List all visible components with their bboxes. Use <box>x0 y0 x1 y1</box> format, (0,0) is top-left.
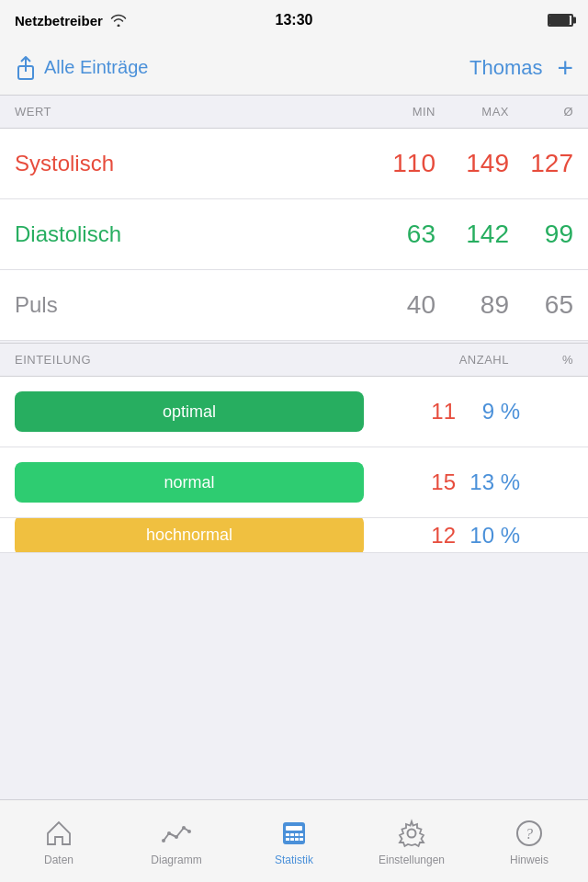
svg-rect-10 <box>290 833 294 836</box>
svg-point-3 <box>167 831 171 835</box>
percent-normal: 13 % <box>456 469 520 495</box>
status-time: 13:30 <box>276 12 313 28</box>
avg-systolisch: 127 <box>509 149 573 178</box>
badge-normal: normal <box>15 462 364 503</box>
back-label[interactable]: Alle Einträge <box>44 57 148 78</box>
label-diastolisch: Diastolisch <box>15 221 362 247</box>
anzahl-hochnormal: 12 <box>364 523 456 548</box>
max-systolisch: 149 <box>435 149 509 178</box>
anzahl-normal: 15 <box>364 469 456 495</box>
max-puls: 89 <box>435 290 509 320</box>
nav-right-group: Thomas + <box>469 54 573 82</box>
header-percent: % <box>509 353 573 367</box>
header-einteilung: EINTEILUNG <box>15 353 417 367</box>
share-icon[interactable] <box>15 55 37 81</box>
min-diastolisch: 63 <box>362 220 435 249</box>
percent-hochnormal: 10 % <box>456 523 520 548</box>
svg-point-4 <box>175 835 178 839</box>
svg-point-17 <box>408 829 416 837</box>
content-area: WERT MIN MAX Ø Systolisch 110 149 127 Di… <box>0 96 588 799</box>
badge-optimal-label: optimal <box>163 402 216 422</box>
badge-hochnormal: hochnormal <box>15 518 364 553</box>
svg-point-2 <box>162 839 165 842</box>
tab-einstellungen-label: Einstellungen <box>379 854 445 866</box>
add-button[interactable]: + <box>557 54 573 82</box>
badge-normal-label: normal <box>164 473 214 492</box>
svg-rect-13 <box>290 838 294 841</box>
tab-daten[interactable]: Daten <box>0 817 118 866</box>
svg-rect-15 <box>300 833 303 836</box>
svg-rect-16 <box>300 838 303 841</box>
anzahl-optimal: 11 <box>364 399 456 424</box>
tab-daten-label: Daten <box>44 854 74 866</box>
tab-hinweis[interactable]: ? Hinweis <box>470 817 588 866</box>
tab-diagramm[interactable]: Diagramm <box>118 817 235 866</box>
svg-point-6 <box>187 830 191 833</box>
svg-rect-14 <box>295 838 299 841</box>
gear-icon <box>395 817 428 850</box>
chart-icon <box>160 817 193 850</box>
category-row-normal: normal 15 13 % <box>0 447 588 518</box>
svg-rect-9 <box>286 833 289 836</box>
category-row-hochnormal: hochnormal 12 10 % <box>0 518 588 553</box>
svg-rect-12 <box>286 838 289 841</box>
header-anzahl: ANZAHL <box>417 353 509 367</box>
badge-optimal: optimal <box>15 391 364 432</box>
battery-icon <box>548 14 573 27</box>
min-puls: 40 <box>362 290 435 320</box>
table-row: Diastolisch 63 142 99 <box>0 199 588 270</box>
tab-hinweis-label: Hinweis <box>510 854 548 866</box>
header-avg: Ø <box>509 105 573 119</box>
calculator-icon <box>277 817 311 850</box>
status-bar: Netzbetreiber 13:30 <box>0 0 588 40</box>
avg-diastolisch: 99 <box>509 220 573 249</box>
svg-point-5 <box>182 826 186 830</box>
status-left: Netzbetreiber <box>15 13 127 28</box>
tab-einstellungen[interactable]: Einstellungen <box>353 817 470 866</box>
percent-optimal: 9 % <box>456 399 520 424</box>
category-row-optimal: optimal 11 9 % <box>0 377 588 447</box>
nav-bar: Alle Einträge Thomas + <box>0 40 588 96</box>
wifi-icon <box>110 14 127 27</box>
header-min: MIN <box>362 105 435 119</box>
stats-table-header: WERT MIN MAX Ø <box>0 96 588 129</box>
info-icon: ? <box>513 817 546 850</box>
home-icon <box>42 817 75 850</box>
tab-bar: Daten Diagramm <box>0 799 588 882</box>
profile-name[interactable]: Thomas <box>469 56 542 80</box>
tab-statistik[interactable]: Statistik <box>235 817 353 866</box>
header-wert: WERT <box>15 105 362 119</box>
svg-rect-8 <box>286 826 302 831</box>
nav-left-group[interactable]: Alle Einträge <box>15 55 148 81</box>
tab-statistik-label: Statistik <box>275 854 313 866</box>
svg-text:?: ? <box>526 826 533 842</box>
label-systolisch: Systolisch <box>15 151 362 176</box>
badge-hochnormal-label: hochnormal <box>146 526 232 545</box>
table-row: Systolisch 110 149 127 <box>0 129 588 199</box>
category-table-header: EINTEILUNG ANZAHL % <box>0 343 588 377</box>
carrier-label: Netzbetreiber <box>15 13 103 28</box>
label-puls: Puls <box>15 292 362 318</box>
svg-rect-11 <box>295 833 299 836</box>
max-diastolisch: 142 <box>435 220 509 249</box>
table-row: Puls 40 89 65 <box>0 270 588 341</box>
min-systolisch: 110 <box>362 149 435 178</box>
tab-diagramm-label: Diagramm <box>151 854 201 866</box>
header-max: MAX <box>435 105 509 119</box>
avg-puls: 65 <box>509 290 573 320</box>
